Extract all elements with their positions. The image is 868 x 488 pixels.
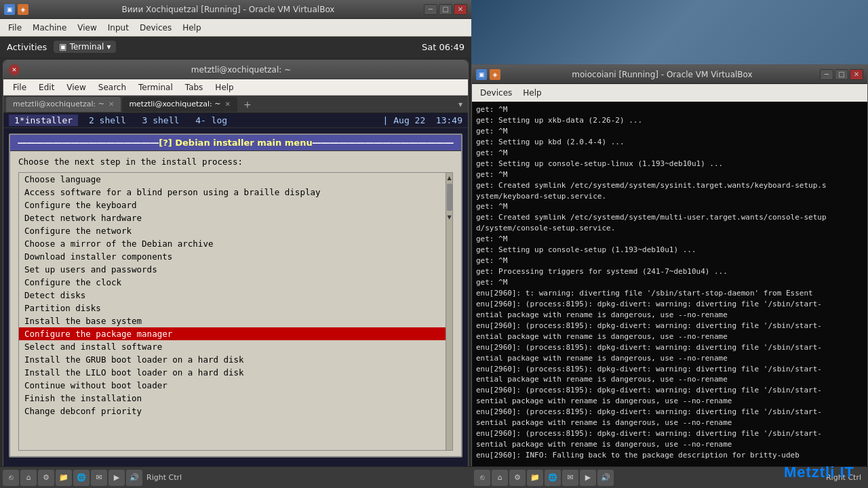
gnome-activities-button[interactable]: Activities — [7, 42, 47, 52]
log-line: ential package with rename is dangerous,… — [476, 331, 863, 342]
log-line: get: Created symlink /etc/systemd/system… — [476, 212, 863, 223]
close-button[interactable]: ✕ — [454, 4, 467, 15]
taskbar-icon-1[interactable]: ⎋ — [3, 470, 19, 486]
log-line: get: ^M — [476, 277, 863, 288]
right-taskbar-icon-3[interactable]: ⚙ — [509, 470, 526, 486]
right-close-button[interactable]: ✕ — [850, 69, 863, 80]
installer-list-item[interactable]: Choose a mirror of the Debian archive — [19, 237, 446, 250]
gnome-terminal-button[interactable]: ▣ Terminal ▾ — [54, 41, 116, 53]
terminal-menu-file[interactable]: File — [7, 82, 32, 93]
right-taskbar-icon-6[interactable]: ✉ — [562, 470, 578, 486]
right-taskbar-icon-8[interactable]: 🔊 — [597, 470, 614, 486]
terminal-tab-2[interactable]: metztli@xochiquetzal: ~ ✕ — [122, 97, 237, 112]
menu-input[interactable]: Input — [102, 22, 134, 34]
log-line: get: Setting up xkb-data (2.26-2) ... — [476, 115, 863, 126]
terminal-tab-1[interactable]: metztli@xochiquetzal: ~ ✕ — [6, 97, 121, 112]
installer-title-text: [?] Debian installer main menu — [159, 138, 312, 148]
tab-add-button[interactable]: + — [240, 97, 255, 112]
installer-list-item[interactable]: Install the GRUB boot loader on a hard d… — [19, 353, 446, 366]
left-taskbar: ⎋ ⌂ ⚙ 📁 🌐 ✉ ▶ 🔊 Right Ctrl — [0, 466, 471, 488]
desktop-background — [471, 0, 868, 64]
log-line: enu[2960]: (process:8195): dpkg-divert: … — [476, 407, 863, 418]
installer-content: Choose the next step in the install proc… — [10, 151, 461, 456]
installer-list-item[interactable]: Detect network hardware — [19, 211, 446, 224]
terminal-menu-edit[interactable]: Edit — [33, 82, 60, 93]
right-taskbar-icon-1[interactable]: ⎋ — [474, 470, 490, 486]
right-taskbar-icon-5[interactable]: 🌐 — [545, 470, 561, 486]
maximize-button[interactable]: □ — [439, 4, 452, 15]
installer-list[interactable]: Choose languageAccess software for a bli… — [19, 173, 446, 450]
log-line: sential package with rename is dangerous… — [476, 396, 863, 407]
log-line: get: Setting up kbd (2.0.4-4) ... — [476, 137, 863, 148]
scrollbar-thumb[interactable] — [447, 184, 452, 211]
scrollbar-up-button[interactable]: ▲ — [446, 173, 452, 182]
taskbar-icon-6[interactable]: ✉ — [91, 470, 107, 486]
taskbar-icon-3[interactable]: ⚙ — [38, 470, 54, 486]
installer-tab-4[interactable]: 4- log — [184, 115, 233, 126]
menu-file[interactable]: File — [3, 22, 27, 34]
right-taskbar-icon-2[interactable]: ⌂ — [492, 470, 508, 486]
right-menu-devices[interactable]: Devices — [475, 87, 517, 99]
right-titlebar-icons: ▣ ◈ — [476, 69, 500, 80]
right-minimize-button[interactable]: − — [820, 69, 833, 80]
titlebar-controls: − □ ✕ — [424, 4, 467, 15]
gnome-clock: Sat 06:49 — [422, 42, 465, 52]
installer-tab-3[interactable]: 3 shell — [132, 115, 185, 126]
menu-view[interactable]: View — [72, 22, 102, 34]
log-line: get: ^M — [476, 169, 863, 180]
terminal-btn-arrow: ▾ — [106, 42, 111, 52]
installer-list-item[interactable]: Select and install software — [19, 340, 446, 353]
installer-list-item[interactable]: Finish the installation — [19, 392, 446, 405]
installer-list-item[interactable]: Configure the clock — [19, 276, 446, 289]
installer-list-item[interactable]: Set up users and passwords — [19, 263, 446, 276]
installer-list-item[interactable]: Continue without boot loader — [19, 379, 446, 392]
installer-list-item[interactable]: Choose language — [19, 173, 446, 186]
minimize-button[interactable]: − — [424, 4, 437, 15]
installer-scrollbar: ▲ ▼ — [446, 173, 452, 450]
installer-list-item[interactable]: Install the base system — [19, 314, 446, 327]
menu-machine[interactable]: Machine — [27, 22, 72, 34]
menu-help[interactable]: Help — [177, 22, 206, 34]
right-maximize-button[interactable]: □ — [835, 69, 848, 80]
right-taskbar-icon-7[interactable]: ▶ — [580, 470, 596, 486]
log-line: enu[2960]: (process:8195): dpkg-divert: … — [476, 299, 863, 310]
terminal-tabs: metztli@xochiquetzal: ~ ✕ metztli@xochiq… — [3, 96, 468, 113]
taskbar-icon-5[interactable]: 🌐 — [73, 470, 90, 486]
installer-tab-2[interactable]: 2 shell — [78, 115, 132, 126]
installer-list-item[interactable]: Access software for a blind person using… — [19, 186, 446, 199]
scrollbar-down-button[interactable]: ▼ — [446, 212, 452, 222]
terminal-menu-terminal[interactable]: Terminal — [133, 82, 178, 93]
log-line: get: Created symlink /etc/systemd/system… — [476, 180, 863, 191]
right-menu-help[interactable]: Help — [517, 87, 547, 99]
taskbar-icon-2[interactable]: ⌂ — [20, 470, 37, 486]
tab1-close[interactable]: ✕ — [108, 100, 114, 108]
terminal-close-button[interactable]: ✕ — [9, 64, 20, 75]
installer-list-item[interactable]: Install the LILO boot loader on a hard d… — [19, 366, 446, 379]
installer-list-item[interactable]: Configure the package manager — [19, 327, 446, 340]
log-line: get: ^M — [476, 256, 863, 266]
tab-overflow-arrow[interactable]: ▾ — [456, 100, 465, 109]
terminal-menu-tabs[interactable]: Tabs — [180, 82, 209, 93]
installer-tab-1[interactable]: 1*installer — [9, 115, 78, 126]
terminal-menu-view[interactable]: View — [61, 82, 91, 93]
installer-main: ――――――――――――――――[?] Debian installer mai… — [3, 128, 468, 463]
terminal-menu-search[interactable]: Search — [93, 82, 132, 93]
terminal-menu-help[interactable]: Help — [210, 82, 239, 93]
installer-list-item[interactable]: Download installer components — [19, 250, 446, 263]
installer-list-item[interactable]: Configure the network — [19, 224, 446, 237]
installer-list-item[interactable]: Change debconf priority — [19, 405, 446, 418]
log-line: get: ^M — [476, 126, 863, 137]
installer-statusbar: 1*installer 2 shell 3 shell 4- log | Aug… — [3, 113, 468, 128]
menu-devices[interactable]: Devices — [134, 22, 177, 34]
taskbar-icon-7[interactable]: ▶ — [108, 470, 125, 486]
gnome-topbar: Activities ▣ Terminal ▾ Sat 06:49 — [0, 37, 471, 57]
right-taskbar-icon-4[interactable]: 📁 — [527, 470, 543, 486]
taskbar-icon-8[interactable]: 🔊 — [126, 470, 142, 486]
installer-list-item[interactable]: Detect disks — [19, 289, 446, 302]
installer-list-item[interactable]: Configure the keyboard — [19, 199, 446, 211]
tab2-close[interactable]: ✕ — [224, 100, 230, 108]
installer-list-container: Choose languageAccess software for a bli… — [18, 172, 453, 451]
taskbar-icon-4[interactable]: 📁 — [56, 470, 72, 486]
installer-list-item[interactable]: Partition disks — [19, 302, 446, 314]
terminal-window: ✕ metztli@xochiquetzal: ~ File Edit View… — [3, 60, 469, 485]
